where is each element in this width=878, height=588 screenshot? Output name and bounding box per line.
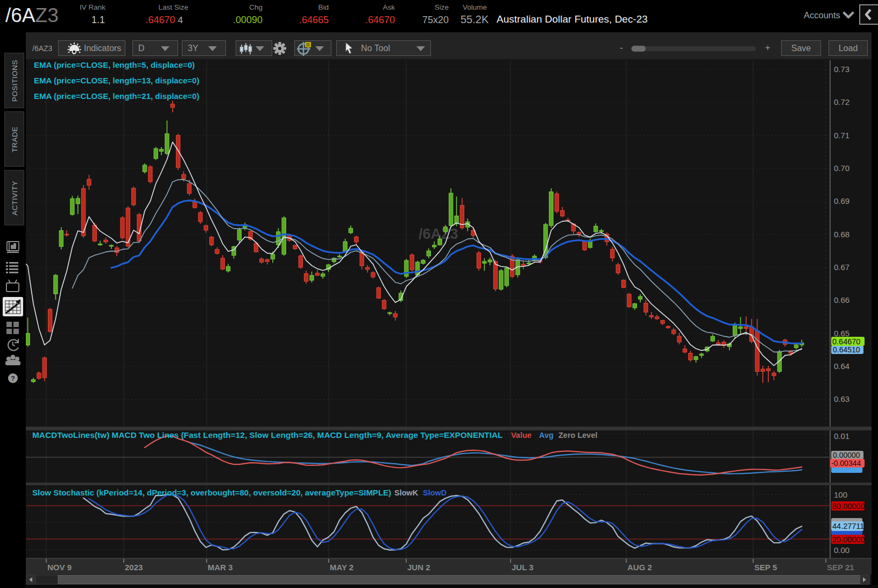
svg-text:Value: Value xyxy=(511,431,532,440)
svg-text:AUG 2: AUG 2 xyxy=(627,563,652,572)
svg-text:MAR 3: MAR 3 xyxy=(208,563,233,572)
svg-text:SEP 5: SEP 5 xyxy=(754,563,777,572)
svg-text:SlowK: SlowK xyxy=(394,488,419,497)
svg-text:MAY 2: MAY 2 xyxy=(330,563,353,572)
svg-text:MACDTwoLines(tw) MACD Two Line: MACDTwoLines(tw) MACD Two Lines (Fast Le… xyxy=(32,430,503,440)
svg-text:0.66: 0.66 xyxy=(834,295,849,304)
svg-text:EMA (price=CLOSE, length=21, d: EMA (price=CLOSE, length=21, displace=0) xyxy=(34,91,199,101)
svg-text:0.00000: 0.00000 xyxy=(833,451,860,459)
svg-text:Avg: Avg xyxy=(539,431,554,440)
svg-text:2023: 2023 xyxy=(125,563,143,572)
svg-text:44.27711: 44.27711 xyxy=(832,522,864,530)
svg-text:JUN 2: JUN 2 xyxy=(407,563,430,572)
svg-text:0.69: 0.69 xyxy=(834,196,849,206)
svg-text:NOV 9: NOV 9 xyxy=(47,563,72,572)
svg-text:0.64: 0.64 xyxy=(834,362,849,371)
svg-text:Zero Level: Zero Level xyxy=(558,431,598,440)
svg-text:0.72: 0.72 xyxy=(834,97,849,107)
svg-text:0.71: 0.71 xyxy=(834,131,849,140)
svg-text:0.64510: 0.64510 xyxy=(833,345,860,354)
svg-text:-0.00344: -0.00344 xyxy=(831,459,861,467)
svg-text:Slow Stochastic (kPeriod=14, d: Slow Stochastic (kPeriod=14, dPeriod=3, … xyxy=(32,488,391,497)
svg-text:0.01: 0.01 xyxy=(834,431,849,441)
svg-text:0.73: 0.73 xyxy=(834,65,849,74)
svg-text:80.00000: 80.00000 xyxy=(832,502,865,511)
svg-text:0.67: 0.67 xyxy=(834,263,849,272)
svg-text:100: 100 xyxy=(834,490,847,499)
svg-text:0.00: 0.00 xyxy=(834,546,849,555)
svg-text:0.63: 0.63 xyxy=(834,394,849,403)
svg-text:0.68: 0.68 xyxy=(834,230,849,239)
svg-text:20.00000: 20.00000 xyxy=(832,535,865,544)
svg-text:EMA (price=CLOSE, length=13, d: EMA (price=CLOSE, length=13, displace=0) xyxy=(34,76,199,85)
svg-text:0.64670: 0.64670 xyxy=(832,337,860,346)
svg-text:0.65: 0.65 xyxy=(834,329,849,338)
svg-text:EMA (price=CLOSE, length=5, di: EMA (price=CLOSE, length=5, displace=0) xyxy=(34,60,195,69)
svg-text:0.70: 0.70 xyxy=(834,164,849,173)
svg-text:SEP 21: SEP 21 xyxy=(827,563,854,572)
svg-text:?: ? xyxy=(11,374,15,382)
svg-text:JUL 3: JUL 3 xyxy=(512,563,534,572)
svg-text:SlowD: SlowD xyxy=(423,488,447,497)
